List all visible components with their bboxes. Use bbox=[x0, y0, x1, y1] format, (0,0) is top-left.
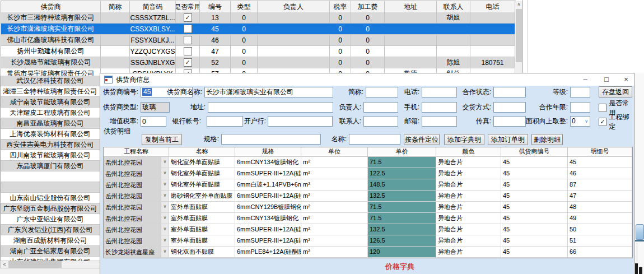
table-row[interactable]: 扬州中勤建材有限公司YZZQJCYXGS47000 bbox=[1, 46, 515, 57]
column-header-owner[interactable]: 负责人 bbox=[258, 1, 330, 12]
detail-cell-price[interactable]: 132.5 bbox=[368, 224, 436, 235]
supplier-table-vertical-scrollbar[interactable]: ∧ bbox=[515, 1, 522, 76]
project-bind-checkbox[interactable]: ✓ bbox=[599, 118, 606, 126]
copy-current-project-button[interactable]: 复制当前工程 bbox=[142, 134, 182, 145]
coop-years-field[interactable] bbox=[570, 102, 590, 113]
table-row[interactable]: 长沙晟格节能玻璃有限公司CSSGJNBLYXGS✓52000陈姐180751 bbox=[1, 57, 515, 68]
detail-cell-project[interactable]: 岳州北控花园∨ bbox=[104, 202, 169, 212]
list-item[interactable]: 上海优泰装饰材料有限公司 bbox=[0, 129, 100, 140]
list-item[interactable]: 湘潭三金特种玻璃有限责任公司 bbox=[0, 86, 100, 97]
column-header-contact[interactable]: 联系人 bbox=[437, 1, 470, 12]
detail-column-header-spec[interactable]: 规格 bbox=[235, 147, 301, 156]
supplier-table-horizontal-scrollbar[interactable]: < bbox=[0, 261, 100, 268]
column-header-fee[interactable]: 加工费 bbox=[351, 1, 385, 12]
horizontal-scrollbar-thumb[interactable] bbox=[8, 261, 62, 268]
area-round-up-dropdown[interactable]: 0 ∨ bbox=[570, 116, 590, 127]
column-header-type[interactable]: 类型 bbox=[231, 1, 258, 12]
contact-field[interactable] bbox=[363, 116, 398, 127]
detail-row[interactable]: 长沙龙湖祺鑫星座∨钢化双面不贴膜6mmPLE84+12A(硅酮胶...m²120… bbox=[104, 247, 632, 258]
address-field[interactable] bbox=[208, 102, 333, 113]
detail-cell-project[interactable]: 岳州北控花园∨ bbox=[104, 157, 169, 168]
list-item[interactable]: 西安佳吉美电力科技有限公司 bbox=[0, 140, 100, 150]
detail-cell-price[interactable]: 132.5 bbox=[368, 191, 436, 201]
detail-column-header-color[interactable]: 颜色 bbox=[436, 147, 501, 156]
common-checkbox[interactable] bbox=[599, 104, 606, 112]
email-field[interactable] bbox=[422, 116, 457, 127]
list-item[interactable]: 湖南百成新材料有限公司 bbox=[0, 235, 100, 246]
common-checkbox[interactable] bbox=[184, 47, 192, 55]
column-header-code[interactable]: 简音码 bbox=[130, 1, 176, 12]
detail-column-header-project[interactable]: 工程名称 bbox=[104, 147, 169, 156]
list-item[interactable]: 广东兴发铝业(江西)有限公司 bbox=[0, 225, 100, 235]
common-checkbox[interactable] bbox=[184, 25, 192, 33]
mobile-field[interactable] bbox=[422, 102, 457, 113]
column-header-short-name[interactable]: 简称 bbox=[101, 1, 130, 12]
common-checkbox-row[interactable]: 是否常用 bbox=[599, 103, 634, 113]
detail-column-header-price[interactable]: 单价 bbox=[368, 147, 436, 156]
bank-account-field[interactable] bbox=[207, 116, 243, 127]
coop-status-field[interactable] bbox=[493, 87, 526, 97]
delete-detail-button[interactable]: 删除明细 bbox=[531, 134, 563, 145]
detail-cell-price[interactable]: 148.5 bbox=[368, 179, 436, 190]
detail-cell-project[interactable]: 长沙龙湖祺鑫星座∨ bbox=[104, 247, 169, 257]
detail-row[interactable]: 岳州北控花园∨钢化室外单面贴膜6mmSUPER-III+12A(硅...m²12… bbox=[104, 168, 632, 179]
vat-rate-field[interactable] bbox=[141, 116, 166, 127]
save-return-button[interactable]: 存盘返回 bbox=[599, 86, 632, 97]
detail-cell-price[interactable]: 120 bbox=[368, 247, 436, 257]
column-header-supplier[interactable]: 供货商 bbox=[1, 1, 101, 12]
name-filter-field[interactable] bbox=[349, 134, 400, 145]
detail-cell-price[interactable]: 71.5 bbox=[368, 157, 436, 168]
list-item[interactable]: 广东中亚铝业有限公司 bbox=[0, 214, 100, 225]
list-item[interactable]: 山东南山铝业股份有限公司 bbox=[0, 193, 100, 203]
detail-cell-project[interactable]: 岳州北控花园∨ bbox=[104, 213, 169, 224]
spec-filter-field[interactable] bbox=[221, 134, 321, 145]
column-header-address[interactable]: 地址 bbox=[385, 1, 437, 12]
grade-field[interactable] bbox=[570, 87, 590, 97]
minimize-button[interactable]: – bbox=[577, 75, 593, 85]
add-order-detail-button[interactable]: 添加订单明细 bbox=[488, 134, 528, 145]
detail-cell-price[interactable]: 71.5 bbox=[368, 213, 436, 224]
project-bind-checkbox-row[interactable]: ✓ 工程绑定 bbox=[599, 117, 634, 127]
detail-cell-price[interactable]: 122.5 bbox=[368, 168, 436, 179]
list-item[interactable]: 东晶玻璃厦门有限公司 bbox=[0, 161, 100, 171]
common-checkbox[interactable]: ✓ bbox=[184, 13, 192, 22]
scroll-up-icon[interactable]: ∧ bbox=[515, 1, 522, 8]
detail-cell-project[interactable]: 岳州北控花园∨ bbox=[104, 191, 169, 201]
close-button[interactable]: × bbox=[618, 75, 634, 85]
detail-row[interactable]: 岳州北控花园∨钢化室外单面贴膜6mm白玻+1.14PVB+6mm...m²148… bbox=[104, 179, 632, 191]
list-item[interactable] bbox=[0, 182, 100, 193]
supplier-type-field[interactable]: 玻璃 bbox=[141, 102, 170, 113]
detail-row[interactable]: 岳州北控花园∨室外单面贴膜6mmSUPER-III+12A(硅...m²126.… bbox=[104, 235, 632, 247]
column-header-tax[interactable]: 税率 bbox=[330, 1, 351, 12]
detail-cell-project[interactable]: 岳州北控花园∨ bbox=[104, 168, 169, 179]
vertical-scrollbar-thumb[interactable] bbox=[516, 9, 522, 62]
list-item[interactable]: 武汉亿泽科技有限公司 bbox=[0, 76, 100, 86]
scroll-left-icon[interactable]: < bbox=[1, 261, 8, 268]
phone-field[interactable] bbox=[422, 87, 457, 97]
detail-column-header-supplier-id[interactable]: 供货商编号 bbox=[501, 147, 568, 156]
detail-row[interactable]: 岳州北控花园∨室外单面贴膜6mmCNY129B镀膜钢化m²71.5异地合片454… bbox=[104, 202, 632, 213]
list-item[interactable]: 咸宁南玻节能玻璃有限公司 bbox=[0, 97, 100, 108]
list-item[interactable]: 湖南广亚全铝家居有限公司 bbox=[0, 246, 100, 257]
detail-row[interactable]: 岳州北控花园∨室外单面贴膜6mmSUPER-III+12A(硅...m²132.… bbox=[104, 224, 632, 235]
list-item[interactable]: 广东坚朗五金制品股份有限公司 bbox=[0, 203, 100, 214]
dialog-title-bar[interactable]: 供货商信息 bbox=[100, 73, 634, 86]
column-header-common[interactable]: 是否常用 bbox=[176, 1, 200, 12]
detail-column-header-unit[interactable]: 单位 bbox=[301, 147, 368, 156]
locate-by-condition-button[interactable]: 按条件定位 bbox=[404, 134, 440, 145]
maximize-button[interactable]: □ bbox=[599, 75, 614, 85]
detail-column-header-detail-id[interactable]: 明细号 bbox=[568, 147, 632, 156]
short-name-field[interactable] bbox=[366, 87, 398, 97]
add-dictionary-detail-button[interactable]: 添加字典明细 bbox=[444, 134, 484, 145]
detail-row[interactable]: 岳州北控花园∨室外单面贴膜6mmCNY134镀膜钢化m²71.5异地合片4549 bbox=[104, 213, 632, 224]
detail-cell-project[interactable]: 岳州北控花园∨ bbox=[104, 179, 169, 190]
table-row[interactable]: 长沙市三湘特种玻璃有限公司CSSSXTZBL...✓13000胡姐 bbox=[1, 12, 515, 24]
background-scrollbar-thumb[interactable] bbox=[636, 224, 644, 240]
detail-row[interactable]: 岳州北控花园∨磨砂钢化室外单面贴膜6mmSUPER-III+12A(硅...m²… bbox=[104, 191, 632, 202]
detail-cell-project[interactable]: 岳州北控花园∨ bbox=[104, 224, 169, 235]
supplier-name-field[interactable] bbox=[204, 87, 333, 97]
detail-column-header-name[interactable]: 名称 bbox=[169, 147, 235, 156]
owner-field[interactable] bbox=[363, 102, 398, 113]
detail-cell-project[interactable]: 岳州北控花园∨ bbox=[104, 235, 169, 246]
common-checkbox[interactable] bbox=[184, 36, 192, 44]
